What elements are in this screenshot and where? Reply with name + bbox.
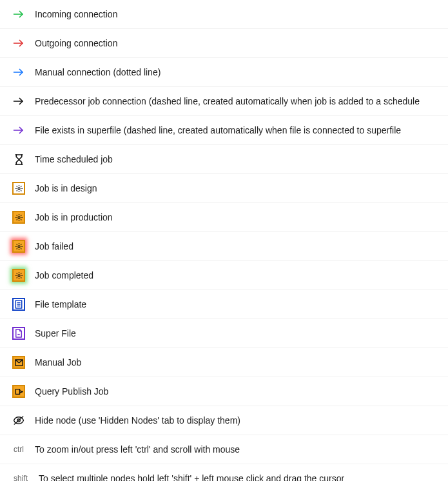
legend-row-predecessor-job-connection: Predecessor job connection (dashed line,… (0, 87, 448, 116)
legend-label: Outgoing connection (35, 38, 117, 48)
job-failed-icon (12, 239, 26, 253)
svg-point-10 (17, 274, 19, 276)
super-file-icon (12, 326, 26, 340)
legend-row-super-file: Super File (0, 319, 448, 348)
legend-label: Incoming connection (35, 9, 117, 19)
legend-label: Predecessor job connection (dashed line,… (35, 96, 420, 106)
legend-row-file-exists-in-superfile: File exists in superfile (dashed line, c… (0, 116, 448, 145)
legend-row-incoming-connection: Incoming connection (0, 0, 448, 29)
legend-row-job-in-design: Job is in design (0, 174, 448, 203)
legend-row-manual-job: Manual Job (0, 348, 448, 377)
svg-point-7 (17, 187, 19, 189)
legend-label: Job is in production (35, 212, 113, 222)
query-publish-job-icon (12, 384, 26, 398)
legend-row-job-completed: Job completed (0, 261, 448, 290)
legend-list: Incoming connection Outgoing connection … (0, 0, 448, 481)
legend-row-outgoing-connection: Outgoing connection (0, 29, 448, 58)
legend-label: Manual connection (dotted line) (35, 67, 161, 77)
legend-row-job-in-production: Job is in production (0, 203, 448, 232)
ctrl-key-icon: ctrl (12, 442, 26, 456)
legend-row-job-failed: Job failed (0, 232, 448, 261)
legend-row-file-template: File template (0, 290, 448, 319)
legend-row-ctrl-zoom: ctrl To zoom in/out press left 'ctrl' an… (0, 435, 448, 464)
legend-label: Hide node (use 'Hidden Nodes' tab to dis… (35, 415, 240, 426)
job-design-icon (12, 181, 26, 195)
legend-label: To zoom in/out press left 'ctrl' and scr… (35, 444, 240, 455)
arrow-right-red-icon (12, 36, 26, 50)
legend-label: Time scheduled job (35, 154, 113, 164)
file-template-icon (12, 297, 26, 311)
job-production-icon (12, 210, 26, 224)
legend-label: File exists in superfile (dashed line, c… (35, 125, 401, 135)
legend-label: Super File (35, 328, 76, 339)
legend-label: Job failed (35, 241, 73, 251)
key-label-shift: shift (14, 474, 28, 481)
legend-row-shift-select: shift To select multiple nodes hold left… (0, 464, 448, 481)
legend-row-manual-connection: Manual connection (dotted line) (0, 58, 448, 87)
arrow-right-blue-icon (12, 65, 26, 79)
svg-point-8 (17, 216, 19, 218)
svg-point-9 (17, 245, 19, 247)
legend-label: Query Publish Job (35, 386, 108, 397)
legend-label: File template (35, 299, 86, 309)
legend-label: To select multiple nodes hold left 'shif… (39, 473, 344, 481)
eye-off-icon (12, 413, 26, 427)
shift-key-icon: shift (12, 471, 30, 481)
arrow-right-purple-icon (12, 123, 26, 137)
arrow-right-green-icon (12, 7, 26, 21)
legend-row-hide-node: Hide node (use 'Hidden Nodes' tab to dis… (0, 406, 448, 435)
hourglass-icon (12, 152, 26, 166)
arrow-right-black-icon (12, 94, 26, 108)
legend-label: Job completed (35, 270, 93, 280)
legend-label: Job is in design (35, 183, 97, 193)
manual-job-icon (12, 355, 26, 369)
legend-label: Manual Job (35, 357, 81, 368)
key-label-ctrl: ctrl (14, 445, 24, 454)
job-completed-icon (12, 268, 26, 282)
legend-row-query-publish-job: Query Publish Job (0, 377, 448, 406)
legend-row-time-scheduled-job: Time scheduled job (0, 145, 448, 174)
